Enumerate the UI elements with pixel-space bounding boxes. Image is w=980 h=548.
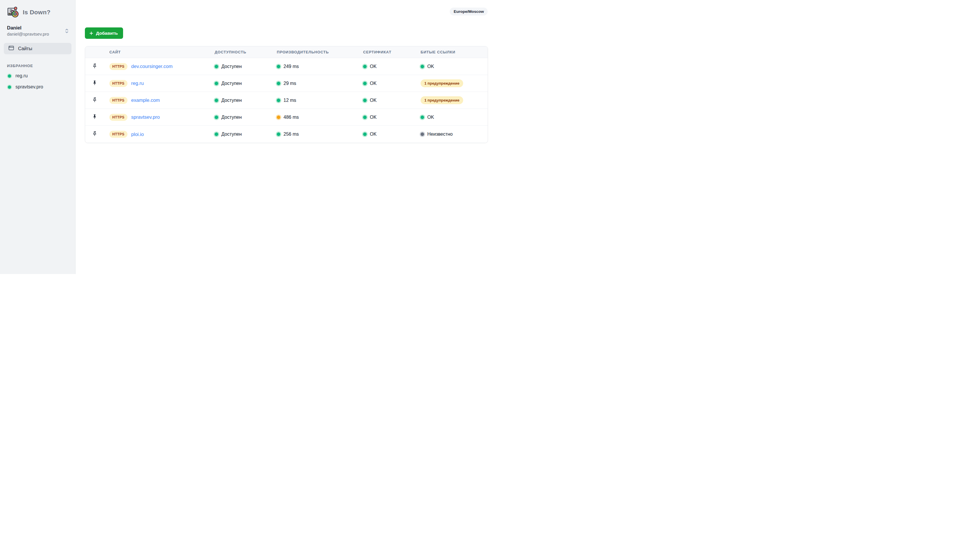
pin-outline-icon: [92, 131, 97, 138]
certificate-cell: OK: [363, 64, 421, 69]
app-logo-icon: [6, 5, 19, 19]
performance-cell: 249 ms: [277, 64, 363, 69]
performance-cell: 256 ms: [277, 132, 363, 137]
https-chip: HTTPS: [110, 97, 127, 104]
user-name: Daniel: [7, 25, 49, 31]
favorite-label: reg.ru: [16, 73, 28, 78]
chevron-up-down-icon[interactable]: [64, 28, 69, 34]
broken-links-cell: 1 предупреждение: [421, 96, 488, 104]
availability-cell: Доступен: [215, 132, 277, 137]
table-row: HTTPS example.com Доступен 12 ms OK 1 пр…: [85, 92, 488, 109]
pin-outline-icon: [92, 97, 97, 104]
plus-icon: [89, 31, 94, 36]
site-link[interactable]: ploi.io: [131, 132, 144, 137]
browser-window-icon: [8, 45, 14, 52]
table-row: HTTPS reg.ru Доступен 29 ms OK 1 предупр…: [85, 75, 488, 92]
pin-toggle-button[interactable]: [85, 97, 110, 104]
status-dot-icon: [277, 99, 280, 102]
status-dot-icon: [277, 65, 280, 68]
status-up-icon: [8, 86, 11, 89]
https-chip: HTTPS: [110, 114, 127, 121]
performance-cell: 29 ms: [277, 81, 363, 86]
status-dot-icon: [421, 65, 424, 68]
user-email: daniel@spravtsev.pro: [7, 32, 49, 37]
sidebar-item-sites[interactable]: Сайты: [4, 43, 72, 54]
status-dot-icon: [421, 132, 424, 136]
status-dot-icon: [363, 82, 367, 85]
status-dot-icon: [215, 82, 218, 85]
broken-links-cell: OK: [421, 115, 488, 120]
pin-filled-icon: [92, 114, 97, 121]
performance-cell: 12 ms: [277, 98, 363, 103]
status-dot-icon: [277, 82, 280, 85]
header-site: САЙТ: [110, 50, 215, 54]
table-row: HTTPS spravtsev.pro Доступен 486 ms OK: [85, 109, 488, 126]
main-content: Europe/Moscow Добавить САЙТ ДОСТУПНОСТЬ …: [76, 0, 490, 274]
favorite-item-regru[interactable]: reg.ru: [0, 70, 75, 81]
pin-toggle-button[interactable]: [85, 80, 110, 87]
site-link[interactable]: spravtsev.pro: [131, 115, 160, 120]
favorites-heading: ИЗБРАННОЕ: [7, 64, 69, 68]
performance-cell: 486 ms: [277, 115, 363, 120]
add-site-button-label: Добавить: [96, 31, 118, 36]
pin-filled-icon: [92, 80, 97, 87]
account-switcher[interactable]: Daniel daniel@spravtsev.pro: [0, 22, 75, 38]
status-dot-icon: [215, 132, 218, 136]
table-row: HTTPS ploi.io Доступен 256 ms OK Н: [85, 126, 488, 143]
favorite-item-spravtsevpro[interactable]: spravtsev.pro: [0, 81, 75, 92]
https-chip: HTTPS: [110, 63, 127, 70]
pin-toggle-button[interactable]: [85, 63, 110, 70]
header-certificate: СЕРТИФИКАТ: [363, 50, 421, 54]
status-dot-icon: [363, 132, 367, 136]
site-link[interactable]: dev.coursinger.com: [131, 64, 173, 69]
add-site-button[interactable]: Добавить: [85, 27, 123, 39]
broken-links-cell: 1 предупреждение: [421, 80, 488, 87]
warning-badge: 1 предупреждение: [421, 96, 463, 104]
certificate-cell: OK: [363, 98, 421, 103]
sites-table: САЙТ ДОСТУПНОСТЬ ПРОИЗВОДИТЕЛЬНОСТЬ СЕРТ…: [85, 46, 488, 143]
broken-links-cell: Неизвестно: [421, 132, 488, 137]
status-up-icon: [8, 75, 11, 78]
header-performance: ПРОИЗВОДИТЕЛЬНОСТЬ: [277, 50, 363, 54]
favorite-label: spravtsev.pro: [16, 84, 43, 89]
app-window: Is Down? Daniel daniel@spravtsev.pro: [0, 0, 490, 274]
app-title: Is Down?: [23, 9, 51, 16]
status-dot-icon: [421, 116, 424, 119]
site-link[interactable]: example.com: [131, 97, 160, 103]
status-dot-icon: [215, 65, 218, 68]
sidebar: Is Down? Daniel daniel@spravtsev.pro: [0, 0, 76, 274]
brand: Is Down?: [0, 0, 75, 22]
pin-outline-icon: [92, 63, 97, 70]
sidebar-item-label: Сайты: [18, 46, 32, 51]
https-chip: HTTPS: [110, 131, 127, 138]
table-header-row: САЙТ ДОСТУПНОСТЬ ПРОИЗВОДИТЕЛЬНОСТЬ СЕРТ…: [85, 46, 488, 58]
status-dot-icon: [363, 65, 367, 68]
status-dot-icon: [363, 116, 367, 119]
site-link[interactable]: reg.ru: [131, 81, 144, 86]
status-dot-icon: [363, 99, 367, 102]
header-availability: ДОСТУПНОСТЬ: [215, 50, 277, 54]
certificate-cell: OK: [363, 132, 421, 137]
availability-cell: Доступен: [215, 64, 277, 69]
pin-toggle-button[interactable]: [85, 131, 110, 138]
warning-badge: 1 предупреждение: [421, 80, 463, 87]
broken-links-cell: OK: [421, 64, 488, 69]
availability-cell: Доступен: [215, 115, 277, 120]
timezone-badge: Europe/Moscow: [450, 8, 488, 16]
certificate-cell: OK: [363, 81, 421, 86]
status-dot-icon: [215, 99, 218, 102]
header-broken-links: БИТЫЕ ССЫЛКИ: [421, 50, 488, 54]
table-row: HTTPS dev.coursinger.com Доступен 249 ms…: [85, 58, 488, 75]
pin-toggle-button[interactable]: [85, 114, 110, 121]
status-dot-icon: [277, 116, 280, 119]
availability-cell: Доступен: [215, 81, 277, 86]
availability-cell: Доступен: [215, 98, 277, 103]
https-chip: HTTPS: [110, 80, 127, 87]
status-dot-icon: [277, 132, 280, 136]
certificate-cell: OK: [363, 115, 421, 120]
status-dot-icon: [215, 116, 218, 119]
